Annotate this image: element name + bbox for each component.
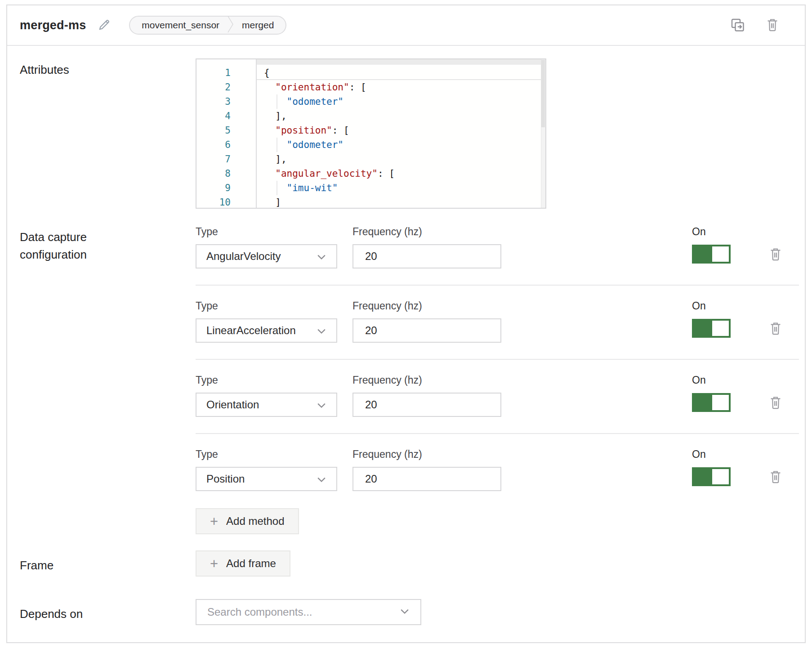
line-number: 6: [196, 138, 256, 152]
delete-method-button[interactable]: [768, 246, 783, 263]
toggle-knob: [712, 395, 729, 410]
line-number: 1: [196, 66, 256, 80]
type-label: Type: [196, 448, 337, 461]
gutter-divider: [256, 59, 257, 208]
capture-toggle[interactable]: [692, 245, 731, 264]
component-header: merged-ms movement_sensor merged: [7, 5, 805, 46]
type-select-value: Orientation: [206, 398, 259, 411]
data-capture-rows: Type AngularVelocity Frequency (hz) On: [196, 226, 799, 534]
frequency-input[interactable]: [352, 244, 501, 268]
code-line: 1{: [196, 66, 545, 80]
type-label: Type: [196, 226, 337, 238]
capture-method-row: Type LinearAcceleration Frequency (hz) O…: [196, 300, 799, 343]
code-text: "odometer": [256, 138, 545, 152]
type-select[interactable]: LinearAcceleration: [196, 318, 337, 343]
line-number: 2: [196, 80, 256, 94]
code-text: ]: [256, 195, 545, 209]
on-label: On: [692, 374, 731, 386]
frame-section: Frame + Add frame: [20, 550, 805, 577]
depends-on-select[interactable]: Search components...: [196, 599, 421, 625]
plus-icon: +: [210, 557, 218, 571]
capture-toggle[interactable]: [692, 393, 731, 412]
capture-method-row: Type Position Frequency (hz) On: [196, 448, 799, 491]
code-text: ],: [256, 109, 545, 123]
component-card: merged-ms movement_sensor merged: [6, 4, 806, 643]
row-separator: [196, 433, 799, 434]
capture-method-row: Type Orientation Frequency (hz) On: [196, 374, 799, 417]
trash-icon: [768, 246, 783, 263]
on-label: On: [692, 300, 731, 312]
depends-on-placeholder: Search components...: [207, 606, 312, 618]
editor-scrollbar[interactable]: [541, 59, 545, 208]
code-line: 6 "odometer": [196, 138, 545, 152]
on-label: On: [692, 226, 731, 238]
component-name: merged-ms: [20, 18, 86, 32]
frequency-input[interactable]: [352, 467, 501, 491]
row-separator: [196, 285, 799, 286]
chevron-down-icon: [317, 324, 326, 337]
line-number: 4: [196, 109, 256, 123]
add-method-button[interactable]: + Add method: [196, 508, 299, 534]
code-line: 9 "imu-wit": [196, 181, 545, 195]
capture-toggle[interactable]: [692, 319, 731, 338]
type-select[interactable]: AngularVelocity: [196, 244, 337, 268]
line-number: 5: [196, 123, 256, 138]
editor-scrollbar-thumb[interactable]: [541, 60, 545, 127]
row-separator: [196, 359, 799, 360]
capture-toggle[interactable]: [692, 467, 731, 486]
trash-icon: [765, 17, 780, 34]
component-type-pill: movement_sensor merged: [129, 16, 286, 35]
attributes-section: Attributes 1{2 "orientation": [3 "odomet…: [20, 58, 805, 209]
type-label: Type: [196, 300, 337, 312]
type-select-value: Position: [206, 473, 245, 485]
trash-icon: [768, 469, 783, 486]
code-line: 4 ],: [196, 109, 545, 123]
frequency-label: Frequency (hz): [352, 374, 501, 386]
line-number: 8: [196, 166, 256, 181]
type-label: Type: [196, 374, 337, 386]
component-model: merged: [242, 20, 274, 31]
frequency-input[interactable]: [352, 393, 501, 417]
frequency-label: Frequency (hz): [352, 226, 501, 238]
depends-on-section: Depends on Search components...: [20, 599, 805, 625]
duplicate-icon: [729, 17, 745, 34]
delete-method-button[interactable]: [768, 321, 783, 337]
duplicate-component-button[interactable]: [729, 17, 745, 34]
code-text: {: [256, 66, 545, 80]
line-number: 3: [196, 94, 256, 109]
line-number: 10: [196, 195, 256, 209]
capture-method-row: Type AngularVelocity Frequency (hz) On: [196, 226, 799, 268]
code-lines: 1{2 "orientation": [3 "odometer"4 ],5 "p…: [196, 59, 545, 209]
attributes-label: Attributes: [20, 58, 196, 79]
delete-method-button[interactable]: [768, 469, 783, 486]
code-text: ],: [256, 152, 545, 166]
type-select[interactable]: Position: [196, 467, 337, 491]
code-text: "imu-wit": [256, 181, 545, 195]
component-type: movement_sensor: [142, 20, 219, 31]
frequency-label: Frequency (hz): [352, 300, 501, 312]
add-frame-button[interactable]: + Add frame: [196, 550, 290, 577]
code-line: 10 ]: [196, 195, 545, 209]
code-line: 8 "angular_velocity": [: [196, 166, 545, 181]
chevron-down-icon: [317, 398, 326, 411]
frequency-label: Frequency (hz): [352, 448, 501, 461]
chevron-down-icon: [317, 250, 326, 263]
delete-component-button[interactable]: [765, 17, 780, 34]
depends-on-label: Depends on: [20, 599, 196, 623]
frame-label: Frame: [20, 550, 196, 574]
code-line: 2 "orientation": [: [196, 80, 545, 94]
edit-name-button[interactable]: [98, 18, 111, 33]
delete-method-button[interactable]: [768, 395, 783, 411]
data-capture-section: Data capture configuration Type AngularV…: [20, 226, 805, 534]
code-text: "odometer": [256, 94, 545, 109]
frequency-input[interactable]: [352, 318, 501, 343]
type-select-value: AngularVelocity: [206, 250, 281, 263]
code-text: "angular_velocity": [: [256, 166, 545, 181]
attributes-code-editor[interactable]: 1{2 "orientation": [3 "odometer"4 ],5 "p…: [196, 58, 546, 209]
plus-icon: +: [210, 514, 218, 528]
chevron-down-icon: [400, 608, 410, 616]
code-line: 7 ],: [196, 152, 545, 166]
type-select[interactable]: Orientation: [196, 393, 337, 417]
code-text: "orientation": [: [256, 80, 545, 94]
line-number: 7: [196, 152, 256, 166]
